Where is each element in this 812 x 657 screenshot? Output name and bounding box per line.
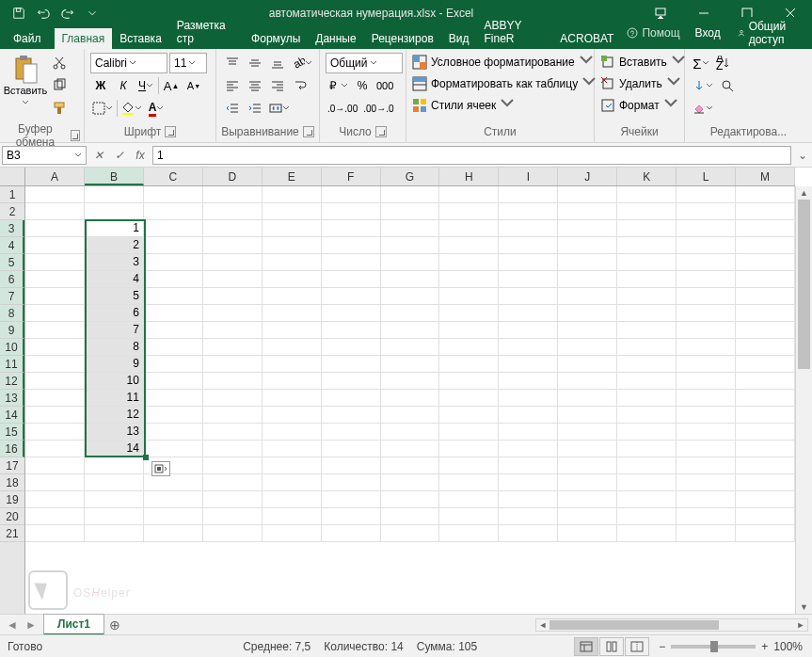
cell[interactable]: 6: [85, 305, 144, 322]
row-header[interactable]: 19: [0, 491, 24, 508]
cell[interactable]: [499, 220, 558, 237]
font-color-button[interactable]: A: [146, 98, 167, 119]
column-header[interactable]: K: [617, 168, 677, 185]
cell[interactable]: [322, 407, 381, 424]
cell[interactable]: [203, 339, 263, 356]
cell[interactable]: [85, 491, 144, 508]
cell[interactable]: [558, 508, 617, 525]
cell[interactable]: [677, 390, 736, 407]
tab-file[interactable]: Файл: [0, 28, 55, 49]
cell[interactable]: [439, 220, 499, 237]
cell[interactable]: [677, 254, 736, 271]
cell[interactable]: [736, 441, 795, 457]
cell[interactable]: [736, 474, 795, 491]
cell[interactable]: [558, 373, 617, 390]
cell[interactable]: [558, 441, 617, 457]
cell[interactable]: [499, 491, 558, 508]
cell[interactable]: [558, 203, 617, 220]
cell[interactable]: [203, 203, 263, 220]
cell[interactable]: [439, 203, 499, 220]
cell[interactable]: [263, 220, 322, 237]
cell[interactable]: [499, 457, 558, 474]
row-header[interactable]: 7: [0, 288, 24, 305]
cell[interactable]: [322, 305, 381, 322]
row-header[interactable]: 17: [0, 457, 24, 474]
conditional-formatting-button[interactable]: Условное форматирование: [412, 53, 597, 71]
cell[interactable]: [85, 457, 144, 474]
delete-cells-button[interactable]: Удалить: [600, 74, 686, 92]
cell[interactable]: [263, 441, 322, 457]
cell-styles-button[interactable]: Стили ячеек: [412, 96, 597, 114]
align-center-button[interactable]: [245, 75, 265, 96]
cell[interactable]: [203, 508, 263, 525]
cell[interactable]: [144, 491, 203, 508]
cell[interactable]: [439, 508, 499, 525]
find-button[interactable]: [717, 75, 738, 96]
cell[interactable]: [558, 390, 617, 407]
cell[interactable]: [439, 407, 499, 424]
row-header[interactable]: 13: [0, 390, 24, 407]
cell[interactable]: [617, 441, 677, 457]
cell[interactable]: [203, 457, 263, 474]
column-header[interactable]: B: [85, 168, 144, 185]
cell[interactable]: [322, 457, 381, 474]
row-header[interactable]: 21: [0, 525, 24, 542]
column-header[interactable]: G: [381, 168, 440, 185]
cell[interactable]: [263, 322, 322, 339]
format-as-table-button[interactable]: Форматировать как таблицу: [412, 74, 597, 92]
cell[interactable]: [499, 254, 558, 271]
cell[interactable]: [25, 474, 85, 491]
column-header[interactable]: L: [677, 168, 736, 185]
autofill-options-button[interactable]: [151, 461, 170, 476]
cell[interactable]: [499, 237, 558, 254]
cell[interactable]: [144, 288, 203, 305]
merge-button[interactable]: [267, 98, 292, 119]
number-format-selector[interactable]: Общий: [326, 53, 403, 73]
cell[interactable]: [558, 305, 617, 322]
cell[interactable]: [322, 186, 381, 203]
comma-button[interactable]: 000: [374, 75, 395, 96]
cell[interactable]: [381, 407, 440, 424]
cell[interactable]: [439, 322, 499, 339]
cell[interactable]: [677, 322, 736, 339]
cell[interactable]: [736, 271, 795, 288]
fill-color-button[interactable]: [119, 98, 144, 119]
cell[interactable]: [381, 203, 440, 220]
cell[interactable]: [617, 288, 677, 305]
sheet-nav-next-button[interactable]: ►: [23, 617, 40, 633]
cell[interactable]: [25, 186, 85, 203]
underline-button[interactable]: Ч: [135, 75, 156, 96]
cell[interactable]: [736, 322, 795, 339]
cell[interactable]: [677, 220, 736, 237]
cell[interactable]: [677, 525, 736, 542]
alignment-dialog-launcher[interactable]: [303, 126, 314, 137]
cell[interactable]: [263, 457, 322, 474]
cell[interactable]: [499, 203, 558, 220]
cell[interactable]: [439, 356, 499, 373]
cell[interactable]: [381, 457, 440, 474]
cell[interactable]: [381, 288, 440, 305]
zoom-level[interactable]: 100%: [773, 640, 803, 653]
cell[interactable]: [617, 305, 677, 322]
cell[interactable]: [322, 390, 381, 407]
cell[interactable]: [25, 457, 85, 474]
cell[interactable]: [203, 441, 263, 457]
insert-cells-button[interactable]: Вставить: [600, 53, 686, 71]
cell[interactable]: [381, 339, 440, 356]
row-header[interactable]: 8: [0, 305, 24, 322]
row-header[interactable]: 14: [0, 407, 24, 424]
cell[interactable]: [677, 356, 736, 373]
cell[interactable]: [736, 339, 795, 356]
paste-button[interactable]: Вставить: [4, 51, 47, 113]
cell[interactable]: [736, 525, 795, 542]
fill-button[interactable]: [691, 75, 715, 96]
cell[interactable]: [144, 186, 203, 203]
view-page-layout-button[interactable]: [599, 637, 624, 656]
cell[interactable]: [381, 491, 440, 508]
cell[interactable]: [736, 424, 795, 441]
cell[interactable]: [263, 254, 322, 271]
cell[interactable]: [144, 305, 203, 322]
cell[interactable]: [617, 525, 677, 542]
row-header[interactable]: 5: [0, 254, 24, 271]
cell[interactable]: 13: [85, 424, 144, 441]
